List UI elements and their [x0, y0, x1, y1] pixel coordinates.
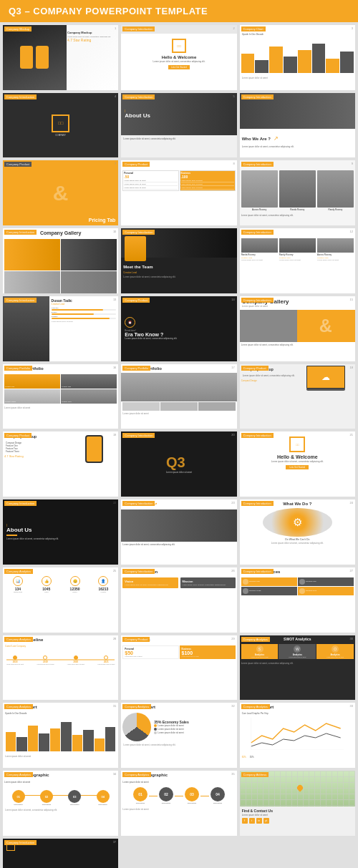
pie-chart	[122, 713, 151, 741]
accent-line	[6, 535, 17, 536]
chart-bar-9	[95, 738, 105, 751]
connector-3	[200, 796, 209, 796]
team-title-dark: Meet the Team	[121, 263, 236, 270]
social-fb: f	[242, 818, 248, 824]
about-text: Lorem ipsum dolor sit amet, consectetur …	[121, 135, 236, 142]
slide-23: Company Introduction 23 Who We Are ? ↗ L…	[121, 499, 236, 565]
contact-info: Lorem ipsum dolor sit amet	[242, 814, 353, 816]
profile-photo	[3, 296, 49, 361]
gear-icon: ⚙	[293, 516, 302, 529]
slide-16: Company Portfolio 16 Company Portfolio P…	[3, 364, 118, 429]
slide-13-label: Company Introduction	[4, 298, 37, 303]
team-face	[125, 236, 146, 261]
bar-8	[340, 52, 354, 73]
company-logo: □□	[172, 39, 186, 53]
social-yt: yt	[263, 818, 269, 824]
slide-24: Company Introduction 24 What We Do ? ⚙ D…	[240, 499, 355, 565]
member-2: Randa Rooney	[279, 170, 316, 210]
phone-screen	[87, 437, 102, 462]
header: Q3 – COMPANY POWERPOINT TEMPLATE	[0, 0, 358, 22]
stat-2: 👍 1045 Likes	[33, 576, 60, 593]
mockup-title: Company Mockup	[67, 31, 117, 34]
slide-27: Company Introduction 27 Company Services…	[240, 567, 355, 633]
star-rating: 4.7 Star Rating	[67, 38, 117, 42]
slide-14: Company Product 14 ⏰ Break time! Era Two…	[121, 296, 236, 361]
break-time-text: Era Two Know ?	[125, 332, 163, 337]
bar-5	[298, 50, 311, 74]
slide-20-label: Company Introduction	[122, 433, 155, 438]
swot-w: W Analytics Lorem ipsum dolor sit amet	[279, 644, 316, 659]
contact-title: Find & Contact Us	[242, 809, 353, 813]
whatwedo-graphic: ⚙	[263, 508, 332, 537]
personal-col: Personal .50 Lorem ipsum dolor sit amet …	[122, 170, 178, 191]
slide-19-label: Company Product	[4, 433, 32, 438]
info-node-03: 03 Description	[68, 790, 81, 806]
percent-2: 35%	[250, 756, 254, 759]
slide-14-label: Company Product	[122, 298, 150, 303]
pricing-columns: Personal .50 Lorem ipsum dolor sit amet …	[121, 169, 236, 192]
slide-13: Company Introduction 13 Dusan Tadic Crea…	[3, 296, 118, 361]
slide-32-label: Company Analytics	[122, 704, 151, 709]
slide-29: Company Product 29 Pricing Table Persona…	[121, 635, 236, 701]
portfolio-main-img	[121, 373, 236, 401]
mockup-laptop-text: Lorem ipsum dolor sit amet, consectetur …	[241, 373, 296, 379]
compact-design: Compact Design	[241, 379, 296, 382]
slide-16-label: Company Portfolio	[4, 366, 32, 371]
member-3: Randy Rooney	[317, 170, 354, 210]
slide-17-label: Company Portfolio	[122, 366, 150, 371]
slide-9-label: Company Introduction	[241, 162, 274, 167]
thumb-2	[160, 402, 198, 411]
tl-point-4: 2021 Lorem ipsum dolor sit amet	[97, 655, 115, 665]
mission-box: Mission Lorem ipsum dolor sit amet, cons…	[180, 577, 236, 588]
welcome2-title: Hello & Welcome	[277, 454, 318, 459]
stat-1: 📊 134 Testimonial	[4, 576, 32, 593]
legend-dot-1	[154, 724, 157, 727]
thumb-3	[198, 402, 236, 411]
service-icon-2	[299, 579, 305, 585]
welcome2-btn[interactable]: Lets Get Started	[286, 465, 309, 469]
slide-3: Company Chart 3 Company Chart Upside In …	[240, 25, 355, 90]
slide-17: Company Portfolio 17 Company Portfolio L…	[121, 364, 236, 429]
ampersand-icon: &	[53, 181, 69, 205]
infographic2-node-2: 02 Description	[159, 787, 173, 804]
swot-o: O Analytics Lorem ipsum dolor sit amet	[316, 644, 354, 659]
team-text: Lorem ipsum dolor sit amet, consectetur …	[121, 275, 236, 279]
welcome-title: Hello & Welcome	[162, 55, 197, 59]
slide-4-label: Company Introduction	[4, 94, 37, 99]
legend-dot-3	[154, 731, 157, 734]
slide-18: Company Product 18 Company Mockup Lorem …	[240, 364, 355, 429]
phone-mockup-2	[36, 46, 49, 69]
gallery-img-3	[4, 271, 60, 293]
slide-22-label: Company Introduction	[4, 501, 37, 506]
info-node-01: 01 Description	[12, 790, 25, 806]
chart-bars	[240, 37, 355, 76]
swot-s-icon: S	[256, 645, 263, 653]
bar-6	[312, 44, 326, 74]
gallery-img-1	[4, 239, 60, 270]
tl-point-2: 2019 Lorem ipsum dolor sit amet	[37, 655, 54, 665]
stat-4: 👤 16213 Clients	[90, 576, 117, 593]
get-started-btn[interactable]: Lets Get Started	[168, 65, 190, 69]
slide-20: Company Introduction 20 Q3 Lorem ipsum d…	[121, 431, 236, 497]
chart-bar-8	[83, 730, 93, 751]
tl-point-1: 2018 Lorem ipsum dolor sit amet	[6, 655, 24, 665]
slide-33-label: Company Analytics	[241, 704, 270, 709]
chart-bar-10	[105, 727, 115, 752]
thumb-1	[122, 402, 160, 411]
welcome2-text: Lorem ipsum dolor sit amet, consectetur …	[271, 461, 324, 464]
bar-2	[255, 60, 268, 74]
chart-bar-5	[50, 728, 60, 751]
swot-o-icon: O	[332, 645, 339, 653]
slide-23-label: Company Introduction	[122, 501, 155, 506]
wwa2-text: Lorem ipsum dolor sit amet, consectetur …	[121, 542, 236, 547]
service-icon-3	[243, 588, 248, 594]
pricing-label: Pricing Tab	[89, 218, 116, 223]
welcome2-logo: □□	[289, 437, 305, 452]
wwa-text: Lorem ipsum dolor sit amet, consectetur …	[240, 145, 355, 149]
clock-icon: ⏰	[125, 317, 135, 328]
bar-4	[284, 57, 297, 73]
break-text: Lorem ipsum dolor sit amet, consectetur …	[125, 337, 177, 340]
smile-icon: 😊	[70, 576, 80, 586]
portfolio-item-2: Project Two	[61, 374, 117, 389]
slide-15-label: Company Introduction	[241, 298, 274, 303]
